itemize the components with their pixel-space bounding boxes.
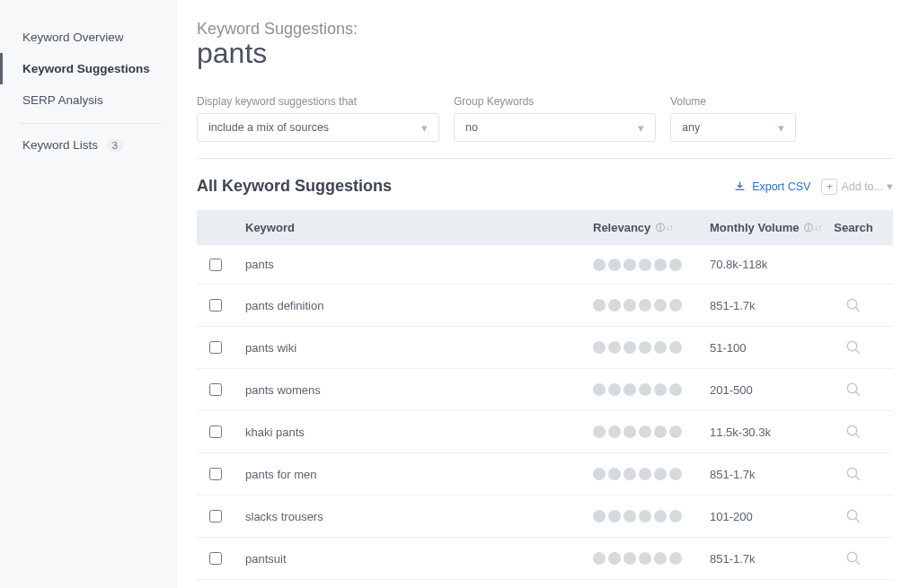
relevancy-dot [669,468,682,480]
sidebar-item-label: Keyword Overview [22,31,124,44]
row-checkbox-cell [209,299,231,312]
header-relevancy[interactable]: Relevancy ⓘ ↓↑ [593,221,710,234]
keyword-cell[interactable]: pants womens [231,383,593,397]
row-checkbox-cell [209,552,231,565]
relevancy-cell [593,468,710,480]
row-checkbox[interactable] [209,383,222,396]
relevancy-dot [608,299,621,312]
svg-line-3 [855,349,860,354]
svg-line-9 [855,476,860,480]
sidebar-item-overview[interactable]: Keyword Overview [0,22,177,53]
svg-point-6 [847,426,857,435]
search-cell [827,339,880,355]
add-to-button[interactable]: + Add to... ▾ [821,179,893,195]
relevancy-dot [654,552,667,565]
table-row: pants wiki51-100 [197,327,893,369]
keyword-cell[interactable]: pants wiki [231,341,593,355]
divider [197,158,893,159]
relevancy-dot [608,341,621,354]
relevancy-dot [624,341,636,354]
relevancy-dot [654,299,667,312]
relevancy-dot [593,510,606,522]
keyword-cell[interactable]: slacks trousers [231,510,593,523]
header-volume[interactable]: Monthly Volume ⓘ ↓↑ [710,221,827,234]
keyword-cell[interactable]: pantsuit [231,552,593,566]
relevancy-dot [624,426,636,438]
filter-group-label: Group Keywords [454,95,656,108]
row-checkbox[interactable] [209,510,222,522]
relevancy-dot [654,383,667,396]
sidebar-item-lists[interactable]: Keyword Lists 3 [0,129,177,161]
page-title-prefix: Keyword Suggestions: [197,20,893,39]
row-checkbox-cell [209,259,231,271]
row-checkbox[interactable] [209,299,222,312]
search-icon[interactable] [845,550,862,566]
relevancy-dot [654,259,667,271]
section-head: All Keyword Suggestions Export CSV + Add… [197,177,893,196]
relevancy-dot [669,383,682,396]
row-checkbox[interactable] [209,426,222,438]
header-keyword[interactable]: Keyword [231,221,593,234]
svg-line-1 [855,307,860,312]
header-relevancy-label: Relevancy [593,221,650,234]
sidebar-item-label: SERP Analysis [22,93,103,107]
filter-group: Group Keywords no ▾ [454,95,656,142]
filter-volume: Volume any ▾ [670,95,796,142]
svg-point-12 [847,552,857,562]
relevancy-dot [654,468,667,480]
chevron-down-icon: ▾ [638,121,644,135]
relevancy-dot [624,552,636,565]
filter-volume-select[interactable]: any ▾ [670,113,796,142]
filter-display: Display keyword suggestions that include… [197,95,439,142]
relevancy-dot [639,299,651,312]
search-icon[interactable] [845,297,862,313]
relevancy-dot [608,426,621,438]
svg-point-8 [847,468,857,478]
add-to-label: Add to... [841,180,883,193]
relevancy-dot [624,383,636,396]
sidebar-separator [20,123,161,124]
keyword-cell[interactable]: pants definition [231,299,593,312]
relevancy-cell [593,552,710,565]
relevancy-dot [639,552,651,565]
main: Keyword Suggestions: pants Display keywo… [177,0,920,588]
lists-count-badge: 3 [107,139,123,152]
row-checkbox[interactable] [209,552,222,565]
svg-line-7 [855,434,860,438]
search-icon[interactable] [845,466,862,482]
filter-group-value: no [465,121,478,134]
sidebar-item-suggestions[interactable]: Keyword Suggestions [0,53,177,84]
search-cell [827,297,880,313]
filter-group-select[interactable]: no ▾ [454,113,656,142]
relevancy-dot [593,299,606,312]
row-checkbox[interactable] [209,468,222,480]
export-csv-button[interactable]: Export CSV [733,180,810,193]
relevancy-dot [624,468,636,480]
row-checkbox[interactable] [209,341,222,354]
keyword-cell[interactable]: pants for men [231,468,593,481]
search-cell [827,382,880,398]
relevancy-cell [593,383,710,396]
row-checkbox-cell [209,510,231,522]
table-row: pants definition851-1.7k [197,285,893,327]
search-icon[interactable] [845,508,862,524]
keyword-cell[interactable]: khaki pants [231,426,593,439]
sidebar-item-serp[interactable]: SERP Analysis [0,84,177,116]
relevancy-cell [593,299,710,312]
search-icon[interactable] [845,382,862,398]
filter-display-select[interactable]: include a mix of sources ▾ [197,113,439,142]
relevancy-dot [624,299,636,312]
search-cell [827,466,880,482]
svg-point-2 [847,341,857,351]
search-icon[interactable] [845,424,862,440]
search-icon[interactable] [845,339,862,355]
sidebar-item-label: Keyword Suggestions [22,62,150,75]
keyword-cell[interactable]: pants [231,258,593,271]
search-cell [827,550,880,566]
svg-point-0 [847,299,857,309]
row-checkbox[interactable] [209,259,222,271]
relevancy-dot [593,552,606,565]
sort-icon: ⓘ ↓↑ [656,222,673,234]
relevancy-dot [639,341,651,354]
volume-cell: 201-500 [710,383,827,397]
